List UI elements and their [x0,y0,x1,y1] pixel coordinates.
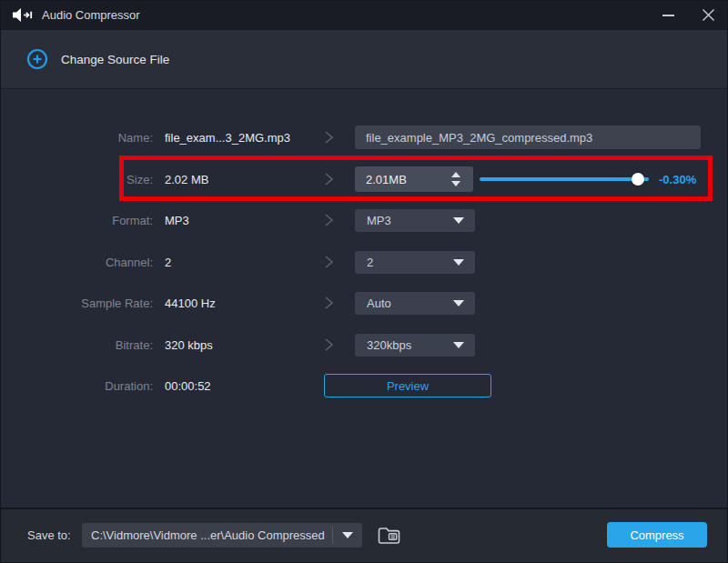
bitrate-row: Bitrate: 320 kbps 320kbps [0,332,728,357]
spinner-up-button[interactable] [451,172,460,177]
chevron-down-icon [342,532,353,538]
format-row: Format: MP3 MP3 [0,207,728,233]
chevron-right-icon [324,255,334,269]
bitrate-dropdown-value: 320kbps [355,338,453,352]
change-source-file-button[interactable]: Change Source File [26,48,169,70]
format-dropdown[interactable]: MP3 [355,209,475,232]
duration-row: Duration: 00:00:52 Preview [0,373,728,398]
close-button[interactable] [688,0,728,30]
size-reduction-badge: -0.30% [659,173,696,186]
chevron-down-icon [453,300,464,307]
bitrate-label: Bitrate: [0,338,153,352]
sample-rate-row: Sample Rate: 44100 Hz Auto [0,290,728,316]
close-icon [702,8,715,22]
channel-row: Channel: 2 2 [0,249,728,275]
slider-track [480,177,649,181]
save-path-dropdown-button[interactable] [333,532,362,538]
compress-button[interactable]: Compress [607,522,707,548]
format-dropdown-value: MP3 [355,214,453,227]
sample-rate-dropdown-value: Auto [355,297,453,310]
folder-icon [377,525,401,546]
chevron-right-icon [324,337,334,352]
channel-dropdown[interactable]: 2 [355,251,475,274]
sample-rate-source-value: 44100 Hz [165,297,216,310]
slider-handle[interactable] [632,173,644,186]
save-to-label: Save to: [27,528,71,542]
plus-circle-icon [26,48,48,70]
save-path-combobox[interactable]: C:\Vidmore\Vidmore ...er\Audio Compresse… [82,523,362,548]
channel-source-value: 2 [165,256,171,269]
size-slider[interactable] [480,166,649,192]
size-row: Size: 2.02 MB 2.01MB -0.30% [0,166,728,192]
minimize-icon [662,15,674,16]
target-size-value: 2.01MB [355,173,451,186]
save-path-value: C:\Vidmore\Vidmore ...er\Audio Compresse… [82,528,332,542]
duration-label: Duration: [0,379,153,393]
name-row: Name: file_exam...3_2MG.mp3 file_example… [0,125,728,150]
chevron-right-icon [324,130,334,145]
chevron-down-icon [453,217,464,224]
settings-panel: Name: file_exam...3_2MG.mp3 file_example… [0,89,728,508]
name-source-value: file_exam...3_2MG.mp3 [165,131,290,145]
format-source-value: MP3 [165,214,189,227]
bitrate-source-value: 320 kbps [165,338,213,352]
footer-bar: Save to: C:\Vidmore\Vidmore ...er\Audio … [0,508,728,563]
chevron-right-icon [324,296,334,310]
name-label: Name: [0,131,153,145]
chevron-down-icon [453,259,464,266]
audio-compressor-icon [12,7,34,23]
change-source-file-label: Change Source File [61,53,169,66]
size-label: Size: [0,173,153,186]
title-bar: Audio Compressor [0,0,728,30]
window-title: Audio Compressor [42,8,140,22]
chevron-down-icon [453,342,464,348]
spinner-arrows [451,172,460,186]
minimize-button[interactable] [648,0,688,30]
channel-dropdown-value: 2 [355,256,453,269]
target-size-spinner[interactable]: 2.01MB [355,166,473,192]
bitrate-dropdown[interactable]: 320kbps [355,334,475,357]
output-filename-field[interactable]: file_example_MP3_2MG_compressed.mp3 [355,126,701,149]
format-label: Format: [0,214,153,227]
chevron-right-icon [324,172,334,186]
sample-rate-label: Sample Rate: [0,297,153,310]
sample-rate-dropdown[interactable]: Auto [355,292,475,315]
duration-value: 00:00:52 [165,379,211,393]
size-source-value: 2.02 MB [165,173,208,186]
source-header: Change Source File [0,30,728,89]
preview-button[interactable]: Preview [324,374,491,397]
channel-label: Channel: [0,256,153,269]
browse-folder-button[interactable] [374,523,403,548]
spinner-down-button[interactable] [451,181,460,186]
chevron-right-icon [324,213,334,227]
window-controls [648,0,728,30]
